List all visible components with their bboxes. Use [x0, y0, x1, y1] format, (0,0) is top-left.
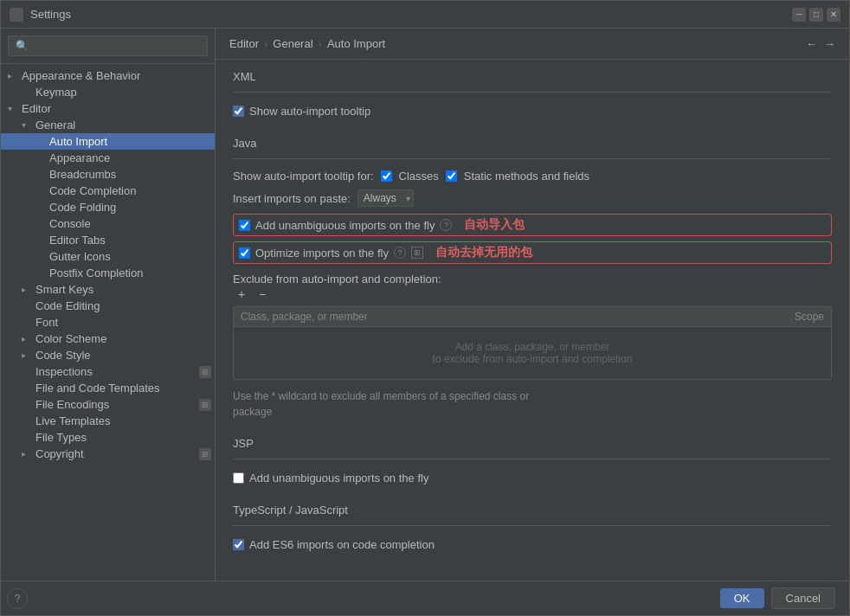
window-controls: ─ □ ✕ — [792, 8, 840, 22]
arrow-icon: ▾ — [8, 104, 22, 113]
java-add-unambiguous-checkbox[interactable] — [239, 220, 250, 231]
xml-show-tooltip-row: Show auto-import tooltip — [233, 103, 832, 119]
java-section-title: Java — [233, 137, 832, 150]
java-optimize-label[interactable]: Optimize imports on the fly — [255, 247, 389, 260]
sidebar-item-label: Gutter Icons — [49, 250, 211, 263]
breadcrumb-auto-import: Auto Import — [327, 37, 385, 50]
col-class-header: Class, package, or member — [241, 311, 755, 323]
sidebar-item-code-editing[interactable]: Code Editing — [1, 298, 215, 314]
arrow-icon: ▸ — [22, 350, 35, 360]
arrow-icon: ▸ — [22, 334, 35, 343]
java-static-label[interactable]: Static methods and fields — [464, 170, 589, 183]
sidebar-item-editor[interactable]: ▾ Editor — [1, 100, 215, 117]
forward-arrow-icon[interactable]: → — [824, 37, 835, 50]
sidebar-item-label: Console — [49, 217, 211, 230]
java-optimize-imports-row: Optimize imports on the fly ? ⊞ 自动去掉无用的包 — [233, 241, 832, 264]
java-add-unambiguous-row: Add unambiguous imports on the fly ? 自动导… — [233, 214, 832, 236]
java-section: Java Show auto-import tooltip for: Class… — [233, 137, 832, 420]
java-optimize-checkbox[interactable] — [239, 247, 250, 259]
xml-show-tooltip-label[interactable]: Show auto-import tooltip — [249, 105, 370, 118]
jsp-add-unambiguous-label[interactable]: Add unambiguous imports on the fly — [249, 472, 428, 484]
sidebar-item-label: Code Style — [35, 349, 211, 362]
nav-arrows: ← → — [806, 37, 835, 50]
back-arrow-icon[interactable]: ← — [806, 37, 817, 50]
xml-divider — [233, 92, 832, 93]
breadcrumb-editor[interactable]: Editor — [229, 37, 259, 50]
jsp-section-title: JSP — [233, 437, 832, 450]
sidebar-item-label: Appearance — [49, 151, 211, 164]
sidebar-item-appearance-behavior[interactable]: ▸ Appearance & Behavior — [1, 67, 215, 84]
breadcrumb-general[interactable]: General — [273, 37, 312, 50]
java-classes-label[interactable]: Classes — [399, 170, 439, 183]
typescript-es6-checkbox[interactable] — [233, 539, 244, 550]
exclude-toolbar: + − — [233, 286, 832, 303]
sidebar-item-label: Code Editing — [35, 299, 211, 312]
insert-imports-select[interactable]: Always Ask Never — [357, 189, 414, 207]
sidebar-item-label: Appearance & Behavior — [22, 69, 211, 82]
sidebar-item-live-templates[interactable]: Live Templates — [1, 413, 215, 429]
sidebar-item-file-code-templates[interactable]: File and Code Templates — [1, 380, 215, 396]
help-button[interactable]: ? — [7, 588, 28, 609]
wildcard-note: Use the * wildcard to exclude all member… — [233, 388, 832, 420]
cancel-button[interactable]: Cancel — [771, 587, 835, 609]
add-button[interactable]: + — [233, 286, 250, 303]
minimize-button[interactable]: ─ — [792, 8, 806, 22]
xml-section: XML Show auto-import tooltip — [233, 70, 832, 119]
sidebar-item-auto-import[interactable]: Auto Import — [1, 133, 215, 150]
arrow-icon: ▾ — [22, 120, 35, 130]
title-bar: Settings ─ □ ✕ — [1, 1, 849, 29]
add-unambiguous-annotation: 自动导入包 — [464, 217, 525, 233]
remove-button[interactable]: − — [254, 286, 271, 303]
arrow-icon: ▸ — [22, 449, 35, 459]
typescript-section: TypeScript / JavaScript Add ES6 imports … — [233, 504, 832, 553]
sidebar-item-label: Keymap — [35, 86, 211, 99]
sidebar-item-breadcrumbs[interactable]: Breadcrumbs — [1, 166, 215, 183]
search-input[interactable] — [8, 35, 208, 56]
sidebar-item-label: Copyright — [35, 447, 196, 460]
jsp-add-unambiguous-checkbox[interactable] — [233, 472, 244, 484]
maximize-button[interactable]: □ — [809, 8, 823, 22]
sidebar-item-postfix-completion[interactable]: Postfix Completion — [1, 265, 215, 281]
file-encodings-badge: ⊞ — [199, 399, 211, 411]
sidebar-item-gutter-icons[interactable]: Gutter Icons — [1, 248, 215, 265]
jsp-divider — [233, 459, 832, 459]
sidebar-item-code-folding[interactable]: Code Folding — [1, 199, 215, 215]
java-static-checkbox[interactable] — [446, 170, 457, 182]
table-header: Class, package, or member Scope — [234, 307, 831, 327]
exclude-section: Exclude from auto-import and completion:… — [233, 273, 832, 420]
xml-show-tooltip-checkbox[interactable] — [233, 106, 244, 117]
sidebar-item-color-scheme[interactable]: ▸ Color Scheme — [1, 330, 215, 347]
java-classes-checkbox[interactable] — [381, 170, 392, 182]
add-unambiguous-help-icon[interactable]: ? — [440, 219, 452, 231]
sidebar-item-appearance[interactable]: Appearance — [1, 150, 215, 166]
close-button[interactable]: ✕ — [827, 8, 840, 22]
sidebar-item-console[interactable]: Console — [1, 215, 215, 232]
arrow-icon: ▸ — [8, 71, 22, 80]
sidebar-item-file-types[interactable]: File Types — [1, 429, 215, 446]
sidebar-item-label: Breadcrumbs — [49, 168, 211, 181]
sidebar-item-code-style[interactable]: ▸ Code Style — [1, 347, 215, 363]
sidebar-item-file-encodings[interactable]: File Encodings ⊞ — [1, 396, 215, 413]
breadcrumb-sep-2: › — [319, 37, 322, 50]
sidebar-item-label: Font — [35, 316, 211, 329]
typescript-es6-row: Add ES6 imports on code completion — [233, 536, 832, 553]
sidebar-item-copyright[interactable]: ▸ Copyright ⊞ — [1, 446, 215, 462]
typescript-es6-label[interactable]: Add ES6 imports on code completion — [249, 538, 435, 551]
arrow-icon: ▸ — [22, 285, 35, 294]
optimize-help-icon[interactable]: ? — [394, 247, 406, 259]
java-insert-imports-label: Insert imports on paste: — [233, 192, 351, 205]
java-add-unambiguous-label[interactable]: Add unambiguous imports on the fly — [255, 219, 435, 232]
sidebar-item-keymap[interactable]: Keymap — [1, 84, 215, 100]
java-insert-imports-row: Insert imports on paste: Always Ask Neve… — [233, 189, 832, 207]
breadcrumb: Editor › General › Auto Import ← → — [216, 29, 849, 60]
sidebar-item-general[interactable]: ▾ General — [1, 117, 215, 133]
sidebar-item-label: File and Code Templates — [35, 382, 211, 395]
sidebar-item-smart-keys[interactable]: ▸ Smart Keys — [1, 281, 215, 298]
sidebar-item-inspections[interactable]: Inspections ⊞ — [1, 363, 215, 380]
optimize-settings-icon[interactable]: ⊞ — [411, 247, 423, 259]
sidebar-item-code-completion[interactable]: Code Completion — [1, 183, 215, 199]
ok-button[interactable]: OK — [720, 588, 764, 608]
sidebar-item-font[interactable]: Font — [1, 314, 215, 330]
sidebar-item-editor-tabs[interactable]: Editor Tabs — [1, 232, 215, 248]
sidebar-item-label: Code Folding — [49, 201, 211, 214]
